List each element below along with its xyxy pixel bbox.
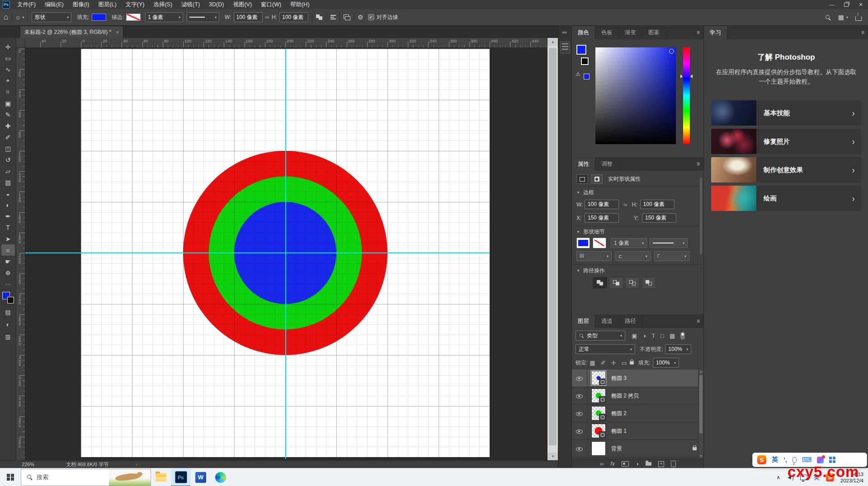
lock-artboard-icon[interactable]: ▭	[621, 360, 627, 366]
layer-row-0[interactable]: 椭圆 3	[572, 369, 704, 387]
add-mask-icon[interactable]	[622, 461, 629, 467]
link-dimensions-icon[interactable]: ∞	[265, 14, 269, 20]
tab-learn[interactable]: 学习	[704, 26, 727, 39]
menu-item-4[interactable]: 文字(Y)	[121, 0, 149, 9]
tab-paths[interactable]: 路径	[619, 315, 642, 328]
layer-visibility-icon[interactable]	[576, 446, 583, 452]
scroll-down-icon[interactable]: ▼	[698, 454, 703, 458]
menu-item-5[interactable]: 选择(S)	[149, 0, 177, 9]
close-button[interactable]: ✕	[854, 0, 868, 9]
stroke-swatch[interactable]	[126, 14, 141, 21]
filter-smart-object-icon[interactable]: ▩	[670, 332, 675, 339]
stroke-width-select[interactable]: 1 像素▾	[145, 12, 183, 22]
selection-mode-icon[interactable]: ▤	[5, 309, 10, 316]
layer-visibility-icon[interactable]	[576, 428, 583, 434]
panel-menu-icon[interactable]: ≡	[697, 161, 700, 167]
taskbar-photoshop[interactable]: Ps	[171, 468, 191, 486]
tab-swatches[interactable]: 色板	[595, 26, 619, 39]
new-layer-icon[interactable]: +	[658, 461, 664, 467]
tab-channels[interactable]: 通道	[595, 315, 619, 328]
mask-props-icon[interactable]	[591, 174, 603, 184]
eraser-tool[interactable]: ▱	[1, 165, 15, 177]
menu-item-8[interactable]: 视图(V)	[228, 0, 256, 9]
hue-slider[interactable]	[683, 47, 690, 144]
taskbar-file-explorer[interactable]	[151, 468, 171, 486]
delete-layer-icon[interactable]	[671, 462, 676, 467]
layer-row-2[interactable]: 椭圆 2	[572, 405, 704, 422]
ime-language[interactable]: 英	[772, 456, 778, 464]
zoom-tool[interactable]: ⊕	[1, 267, 15, 278]
height-input[interactable]: 100 像素	[279, 12, 308, 22]
screen-mode-icon[interactable]: ▥	[5, 333, 10, 340]
move-tool[interactable]: ✛	[1, 41, 15, 52]
keyboard-icon[interactable]: ⌨	[802, 456, 812, 464]
hue-marker-left[interactable]	[680, 75, 683, 78]
link-layers-icon[interactable]: ∞	[600, 461, 604, 467]
filter-toggle[interactable]	[680, 332, 685, 340]
workspace-icon[interactable]: ▦▾	[838, 14, 848, 21]
shape-stroke-style-select[interactable]: ▾	[650, 238, 688, 248]
layer-thumbnail[interactable]	[591, 424, 606, 438]
background-color-swatch[interactable]	[7, 297, 14, 304]
lock-pixels-icon[interactable]: ✐	[601, 360, 606, 366]
gamut-closest-swatch[interactable]	[584, 74, 590, 79]
tab-gradients[interactable]: 渐变	[619, 26, 642, 39]
tab-layers[interactable]: 图层	[572, 315, 595, 328]
layer-visibility-icon[interactable]	[576, 393, 583, 399]
filter-type-icon[interactable]: T	[651, 332, 655, 339]
subtract-shape-icon[interactable]	[609, 277, 623, 289]
collapsed-panel-icon[interactable]	[560, 41, 570, 54]
history-brush-tool[interactable]: ↺	[1, 154, 15, 165]
brush-tool[interactable]: ✐	[1, 131, 15, 143]
sogou-logo-icon[interactable]: S	[757, 455, 766, 464]
tab-patterns[interactable]: 图案	[642, 26, 666, 39]
panel-menu-icon[interactable]: ≡	[697, 29, 700, 36]
home-icon[interactable]: ⌂	[4, 13, 8, 22]
menu-item-1[interactable]: 编辑(E)	[40, 0, 68, 9]
fill-swatch[interactable]	[92, 14, 106, 21]
ellipse-tool[interactable]: ○	[1, 244, 15, 256]
layer-row-3[interactable]: 椭圆 1	[572, 422, 704, 440]
scroll-up-icon[interactable]: ▲	[698, 370, 703, 373]
adjustment-layer-icon[interactable]: ◑	[636, 461, 639, 467]
layer-thumbnail[interactable]	[591, 388, 606, 403]
tutorial-card-1[interactable]: 修复照片›	[711, 129, 861, 154]
lock-all-icon[interactable]	[630, 361, 634, 364]
stroke-corner-select[interactable]: Γ▾	[654, 251, 689, 261]
properties-scrollbar[interactable]	[700, 178, 702, 254]
panel-menu-icon[interactable]: ≡	[697, 318, 700, 324]
tray-chevron-icon[interactable]: ∧	[776, 474, 780, 481]
blend-mode-select[interactable]: 正常▾	[576, 344, 635, 354]
layers-scrollbar[interactable]: ▲ ▼	[698, 369, 703, 458]
dodge-tool[interactable]: ◐	[1, 199, 15, 210]
path-operations-icon[interactable]	[316, 14, 323, 20]
shape-stroke-swatch[interactable]	[593, 238, 606, 248]
tool-preset-icon[interactable]: ○▾	[16, 14, 24, 21]
microphone-icon[interactable]	[793, 457, 797, 463]
menu-item-0[interactable]: 文件(F)	[13, 0, 40, 9]
blur-tool[interactable]: ◒	[1, 188, 15, 199]
horizontal-guide[interactable]	[25, 252, 490, 253]
opacity-input[interactable]: 100%▾	[665, 344, 691, 354]
gradient-tool[interactable]: ▥	[1, 177, 15, 188]
start-button[interactable]	[0, 468, 21, 486]
foreground-color-indicator[interactable]	[576, 45, 586, 55]
menu-item-3[interactable]: 图层(L)	[94, 0, 121, 9]
stroke-align-select[interactable]: 回▾	[576, 251, 612, 261]
quick-mask-icon[interactable]: ◐	[6, 321, 10, 328]
menu-item-9[interactable]: 窗口(W)	[256, 0, 286, 9]
layer-visibility-icon[interactable]	[576, 411, 583, 416]
menu-item-2[interactable]: 图像(I)	[68, 0, 94, 9]
healing-brush-tool[interactable]: ✚	[1, 120, 15, 131]
menu-item-7[interactable]: 3D(D)	[204, 0, 228, 9]
h-input[interactable]: 100 像素	[640, 200, 675, 209]
edit-toolbar-icon[interactable]: ⋯	[5, 281, 11, 287]
canvas-vertical-scrollbar[interactable]: ▲ ▼	[547, 38, 558, 460]
gear-icon[interactable]: ⚙	[358, 14, 363, 21]
vertical-guide[interactable]	[285, 49, 286, 459]
layer-visibility-icon[interactable]	[576, 375, 583, 381]
scroll-down-icon[interactable]: ▼	[547, 453, 558, 460]
frame-tool[interactable]: ▣	[1, 98, 15, 109]
pen-tool[interactable]: ✒	[1, 210, 15, 222]
crop-tool[interactable]: ⌗	[1, 86, 15, 98]
